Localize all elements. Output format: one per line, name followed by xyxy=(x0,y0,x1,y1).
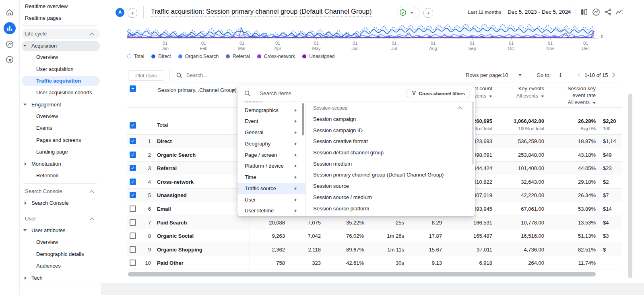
row-channel-name[interactable]: Direct xyxy=(157,135,172,148)
sidebar-item-events[interactable]: Events xyxy=(36,123,52,133)
plot-rows-button[interactable]: Plot rows xyxy=(128,70,164,81)
sidebar-item-overview[interactable]: Overview xyxy=(36,52,58,62)
row-channel-name[interactable]: Organic Social xyxy=(157,229,194,243)
row-checkbox[interactable] xyxy=(130,246,136,253)
row-channel-name[interactable]: Cross-network xyxy=(157,175,194,189)
sidebar-item-overview[interactable]: Overview xyxy=(36,112,58,121)
dimension-category-page-screen[interactable]: Page / screen xyxy=(245,151,277,159)
row-checkbox[interactable]: ✓ xyxy=(130,179,136,185)
dimension-item-session-source-medium[interactable]: Session source / medium xyxy=(313,193,372,202)
expand-caret-down-icon[interactable] xyxy=(23,45,27,47)
dropdown-search-input[interactable]: Search items xyxy=(260,89,291,98)
page-title[interactable]: Traffic acquisition: Session primary cha… xyxy=(151,8,372,17)
sidebar-item-user-acquisition-cohorts[interactable]: User acquisition cohorts xyxy=(36,88,92,98)
chevron-up-icon[interactable] xyxy=(89,218,94,222)
row-channel-name[interactable]: Referral xyxy=(157,162,177,175)
sparkline-insights-icon[interactable] xyxy=(615,8,624,18)
row-channel-name[interactable]: Organic Search xyxy=(157,148,196,162)
share-icon[interactable] xyxy=(604,8,613,18)
sidebar-item-user-acquisition[interactable]: User acquisition xyxy=(36,64,74,74)
add-comparison-button[interactable]: + xyxy=(128,8,137,18)
sidebar-item-traffic-acquisition[interactable]: Traffic acquisition xyxy=(36,76,81,86)
col-sub-session-key-rate[interactable]: All events xyxy=(531,100,596,105)
row-checkbox[interactable]: ✓ xyxy=(130,192,136,198)
dimension-header[interactable]: Session primary...Channel Group) xyxy=(158,86,237,95)
row-checkbox[interactable] xyxy=(130,206,136,212)
group-collapse-chevron-icon[interactable] xyxy=(457,106,462,111)
dimension-category-time[interactable]: Time xyxy=(245,173,256,181)
sidebar-item-audiences[interactable]: Audiences xyxy=(36,261,61,271)
legend-item-cross-network[interactable]: Cross-network xyxy=(257,54,295,59)
row-channel-name[interactable]: Unassigned xyxy=(157,189,187,202)
legend-item-organic-search[interactable]: Organic Search xyxy=(178,54,219,59)
legend-item-direct[interactable]: Direct xyxy=(151,54,171,59)
rows-per-page-select[interactable]: 10 xyxy=(502,70,508,81)
dimension-item-session-source-platform[interactable]: Session source platform xyxy=(313,205,369,213)
dimension-category-custom[interactable]: Custom xyxy=(245,102,263,105)
prev-page-icon[interactable] xyxy=(578,73,582,77)
cross-channel-filters-chip[interactable]: Cross-channel filters xyxy=(406,89,470,98)
dimension-item-session-creative-format[interactable]: Session creative format xyxy=(313,137,368,145)
sidebar-item-tech[interactable]: Tech xyxy=(31,273,42,283)
row-channel-name[interactable]: Email xyxy=(157,202,171,216)
sidebar-item-monetization[interactable]: Monetization xyxy=(31,159,61,169)
row-channel-name[interactable]: Organic Shopping xyxy=(157,243,202,257)
dimension-category-user[interactable]: User xyxy=(245,196,256,204)
add-report-button[interactable]: + xyxy=(423,8,433,18)
expand-caret-down-icon[interactable] xyxy=(23,229,27,231)
comparison-toggle-icon[interactable] xyxy=(580,8,588,18)
sidebar-item-realtime-pages[interactable]: Realtime pages xyxy=(25,13,61,23)
vertical-scrollbar[interactable] xyxy=(628,93,632,278)
legend-item-total[interactable]: Total xyxy=(127,54,144,59)
dimension-category-user-lifetime[interactable]: User lifetime xyxy=(245,207,274,215)
dimension-item-session-campaign[interactable]: Session campaign xyxy=(313,115,356,123)
sidebar-item-engagement[interactable]: Engagement xyxy=(31,100,61,110)
total-row-checkbox[interactable]: ✓ xyxy=(130,122,136,129)
category-list-scrollbar[interactable] xyxy=(302,103,304,135)
legend-item-referral[interactable]: Referral xyxy=(226,54,250,59)
expand-caret-right-icon[interactable] xyxy=(25,162,27,166)
dimension-category-demographics[interactable]: Demographics xyxy=(245,106,279,114)
expand-caret-right-icon[interactable] xyxy=(25,202,27,205)
row-checkbox[interactable] xyxy=(130,233,136,239)
report-status-chip[interactable] xyxy=(397,7,419,18)
sidebar-item-search-console[interactable]: Search Console xyxy=(31,198,69,208)
insights-icon[interactable] xyxy=(592,8,601,18)
dimension-category-platform-device[interactable]: Platform / device xyxy=(245,162,284,170)
sidebar-item-user-attributes[interactable]: User attributes xyxy=(31,226,66,235)
row-checkbox[interactable] xyxy=(130,219,136,226)
row-checkbox[interactable]: ✓ xyxy=(130,152,136,158)
row-checkbox[interactable] xyxy=(130,260,136,266)
dimension-item-session-primary-channel-group-default-channel-group[interactable]: Session primary channel group (Default C… xyxy=(313,171,444,179)
sidebar-item-realtime-overview[interactable]: Realtime overview xyxy=(25,2,68,11)
dimension-item-session-default-channel-group[interactable]: Session default channel group xyxy=(313,149,384,157)
sidebar-item-overview[interactable]: Overview xyxy=(36,237,58,247)
row-checkbox[interactable]: ✓ xyxy=(130,165,136,171)
legend-item-unassigned[interactable]: Unassigned xyxy=(302,54,334,59)
row-checkbox[interactable]: ✓ xyxy=(130,138,136,144)
dimension-category-general[interactable]: General xyxy=(245,129,263,137)
table-search-input[interactable]: Search... xyxy=(186,70,207,81)
chevron-up-icon[interactable] xyxy=(89,190,94,195)
sidebar-item-acquisition[interactable]: Acquisition xyxy=(31,41,57,51)
sidebar-item-pages-and-screens[interactable]: Pages and screens xyxy=(36,135,81,145)
dimension-item-session-campaign-id[interactable]: Session campaign ID xyxy=(313,127,363,135)
horizontal-scrollbar[interactable] xyxy=(128,272,596,276)
dimension-category-geography[interactable]: Geography xyxy=(245,140,270,148)
dimension-item-session-medium[interactable]: Session medium xyxy=(313,160,352,168)
col-header-session-key-rate-l1[interactable]: Session key xyxy=(531,85,596,91)
row-channel-name[interactable]: Paid Search xyxy=(157,216,187,230)
dimension-category-event[interactable]: Event xyxy=(245,117,258,125)
date-range-value[interactable]: Dec 5, 2023 - Dec 5, 2024 xyxy=(508,9,571,15)
avatar[interactable]: A xyxy=(116,8,124,17)
select-all-checkbox[interactable] xyxy=(130,85,136,92)
col-header-session-key-rate-l2[interactable]: event rate xyxy=(531,92,596,98)
goto-input[interactable]: 1 xyxy=(559,70,562,81)
expand-caret-right-icon[interactable] xyxy=(25,276,27,280)
dimension-item-session-source[interactable]: Session source xyxy=(313,182,349,190)
expand-caret-down-icon[interactable] xyxy=(23,104,27,106)
row-channel-name[interactable]: Paid Other xyxy=(157,256,184,270)
sidebar-item-landing-page[interactable]: Landing page xyxy=(36,147,68,157)
sidebar-item-demographic-details[interactable]: Demographic details xyxy=(36,249,84,259)
sidebar-item-retention[interactable]: Retention xyxy=(36,171,59,181)
